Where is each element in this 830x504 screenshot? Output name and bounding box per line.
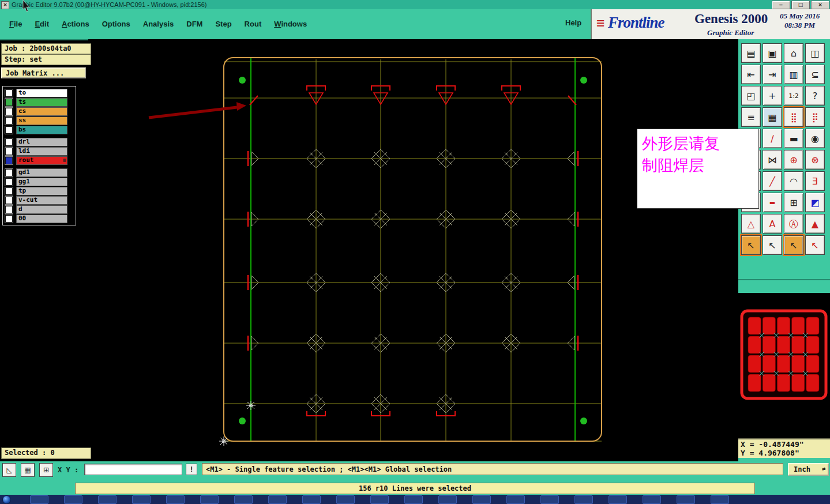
grid-snap-icon[interactable]: ▦ <box>21 463 35 477</box>
job-open-icon[interactable]: ▤ <box>741 43 761 63</box>
select-net-button[interactable]: ↖ <box>805 235 825 255</box>
layer-checkbox[interactable] <box>5 148 13 155</box>
taskbar-app-button[interactable] <box>166 495 185 504</box>
layer-row-rout[interactable]: rout▦ <box>4 156 74 165</box>
select-single-button[interactable]: ↖ <box>763 235 782 255</box>
layer-checkbox[interactable] <box>5 108 13 115</box>
dash-icon[interactable]: ▬ <box>763 193 782 212</box>
layer-display-icon[interactable]: ⣿ <box>784 107 803 127</box>
alert-button[interactable]: ! <box>186 464 197 475</box>
taskbar-app-button[interactable] <box>540 495 559 504</box>
taskbar-app-button[interactable] <box>98 495 117 504</box>
taskbar-app-button[interactable] <box>574 495 593 504</box>
pad-icon[interactable]: ◉ <box>805 129 825 148</box>
layer-row-cs[interactable]: cs <box>4 107 74 116</box>
layer-checkbox[interactable] <box>5 89 13 97</box>
taskbar-app-button[interactable] <box>234 495 253 504</box>
select-tool-button[interactable]: ↖ <box>741 235 761 255</box>
layer-checkbox[interactable] <box>5 117 13 125</box>
layer-order-icon[interactable]: ⡿ <box>805 107 825 127</box>
menu-step[interactable]: Step <box>215 20 231 28</box>
zoom-window-icon[interactable]: ◰ <box>741 86 761 106</box>
step-exit-icon[interactable]: ⇤ <box>741 65 761 84</box>
layer-checkbox[interactable] <box>5 157 13 164</box>
layer-row-gd1[interactable]: gd1 <box>4 168 74 177</box>
layer-row-ts[interactable]: ts <box>4 97 74 107</box>
taskbar-app-button[interactable] <box>404 495 423 504</box>
taskbar-app-button[interactable] <box>677 495 695 504</box>
layer-checkbox[interactable] <box>5 99 13 106</box>
transform-icon[interactable]: ⊞ <box>784 193 803 212</box>
step-enter-icon[interactable]: ⇥ <box>763 65 782 84</box>
layer-row-ldi[interactable]: ldi <box>4 146 74 156</box>
taskbar-app-button[interactable] <box>200 495 219 504</box>
layer-row-bs[interactable]: bs <box>4 125 74 134</box>
help-icon[interactable]: ? <box>805 86 825 106</box>
close-button[interactable]: × <box>811 1 829 9</box>
pan-center-icon[interactable]: + <box>763 86 782 106</box>
layer-row-to[interactable]: to <box>4 88 74 97</box>
tile-windows-icon[interactable]: ◫ <box>805 43 825 63</box>
break-icon[interactable]: ⋈ <box>763 150 782 170</box>
layer-row-00[interactable]: 00 <box>4 214 74 223</box>
measure-icon[interactable]: ▬ <box>784 129 803 148</box>
snap-mode-icon[interactable]: ◺ <box>2 463 16 477</box>
taskbar-app-button[interactable] <box>336 495 355 504</box>
screen-icon[interactable]: ▣ <box>763 43 782 63</box>
layer-row-ss[interactable]: ss <box>4 116 74 125</box>
layer-checkbox[interactable] <box>5 169 13 176</box>
shape-lib-icon[interactable]: ◩ <box>805 193 825 212</box>
layer-checkbox[interactable] <box>5 138 13 146</box>
panel-overview-thumbnail[interactable] <box>740 309 828 403</box>
menu-file[interactable]: File <box>9 20 22 28</box>
text-edit-icon[interactable]: Ⓐ <box>784 214 803 234</box>
maximize-button[interactable]: □ <box>791 1 810 9</box>
menu-help[interactable]: Help <box>565 18 581 27</box>
layer-checkbox[interactable] <box>5 197 13 204</box>
taskbar-app-button[interactable] <box>506 495 525 504</box>
sketch-icon[interactable]: ∕ <box>763 129 782 148</box>
layer-row-d[interactable]: d <box>4 205 74 214</box>
taskbar-app-button[interactable] <box>711 495 729 504</box>
taskbar-app-button[interactable] <box>609 495 627 504</box>
taskbar-app-button[interactable] <box>132 495 151 504</box>
snap-modes-icon[interactable]: ⊆ <box>805 65 825 84</box>
menu-options[interactable]: Options <box>102 20 130 28</box>
menu-analysis[interactable]: Analysis <box>143 20 174 28</box>
taskbar-app-button[interactable] <box>268 495 287 504</box>
home-icon[interactable]: ⌂ <box>784 43 803 63</box>
units-button[interactable]: ⇄ Inch <box>788 463 829 476</box>
select-window-button[interactable]: ↖ <box>784 235 803 255</box>
text-move-icon[interactable]: A <box>763 214 782 234</box>
menu-actions[interactable]: Actions <box>62 20 89 28</box>
taskbar-app-button[interactable] <box>30 495 48 504</box>
layer-row-drl[interactable]: drl <box>4 137 74 146</box>
layer-row-gg1[interactable]: gg1 <box>4 177 74 186</box>
start-button[interactable] <box>2 495 11 504</box>
taskbar-app-button[interactable] <box>370 495 389 504</box>
menu-dfm[interactable]: DFM <box>186 20 202 28</box>
move-feature-icon[interactable]: ⊕ <box>784 150 803 170</box>
taskbar-app-button[interactable] <box>472 495 491 504</box>
triangle-drop-icon[interactable]: ▲ <box>805 214 825 234</box>
taskbar-app-button[interactable] <box>438 495 457 504</box>
taskbar-app-button[interactable] <box>643 495 661 504</box>
editor-canvas[interactable] <box>88 39 738 461</box>
flatten-icon[interactable]: Ǝ <box>805 171 825 191</box>
menu-edit[interactable]: Edit <box>35 20 49 28</box>
layer-checkbox[interactable] <box>5 187 13 195</box>
layer-row-v-cut[interactable]: v-cut <box>4 195 74 205</box>
xy-input[interactable] <box>84 464 182 475</box>
triangle-tool-icon[interactable]: △ <box>741 214 761 234</box>
layer-checkbox[interactable] <box>5 215 13 223</box>
layer-row-tp[interactable]: tp <box>4 186 74 195</box>
grid-toggle-icon[interactable]: ▦ <box>763 107 782 127</box>
layer-checkbox[interactable] <box>5 206 13 213</box>
windows-stack-icon[interactable]: ▥ <box>784 65 803 84</box>
menu-rout[interactable]: Rout <box>245 20 262 28</box>
origin-icon[interactable]: ⊞ <box>39 463 53 477</box>
layer-checkbox[interactable] <box>5 178 13 186</box>
red-line-icon[interactable]: ╱ <box>763 171 782 191</box>
arc-tool-icon[interactable]: ◠ <box>784 171 803 191</box>
copy-feature-icon[interactable]: ⊛ <box>805 150 825 170</box>
